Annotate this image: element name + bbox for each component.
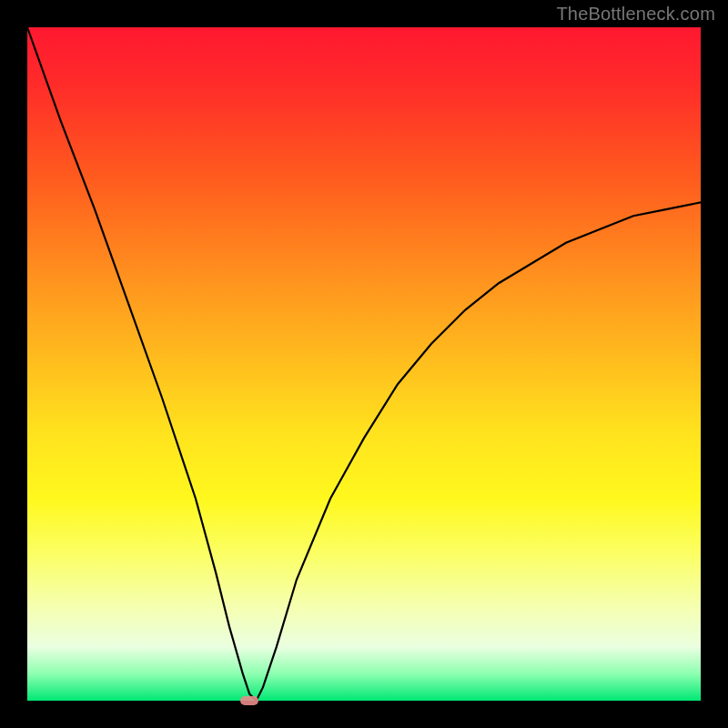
plot-area <box>27 27 701 701</box>
bottleneck-curve <box>27 27 701 701</box>
watermark-text: TheBottleneck.com <box>556 4 715 25</box>
optimal-marker <box>240 696 258 705</box>
curve-svg <box>27 27 701 701</box>
chart-frame: TheBottleneck.com <box>0 0 728 728</box>
